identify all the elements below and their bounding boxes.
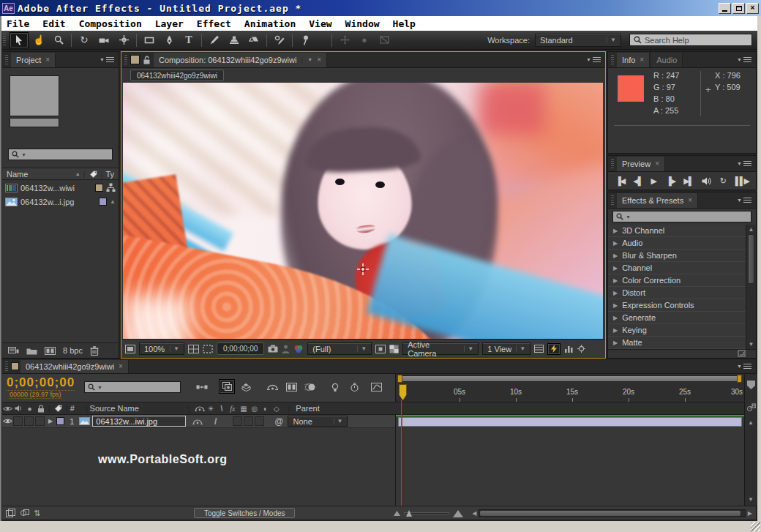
- expand-transfer-modes-icon[interactable]: [20, 509, 29, 517]
- effects-category[interactable]: ▶Keying: [608, 324, 746, 337]
- effects-category[interactable]: ▶Distort: [608, 287, 746, 299]
- panel-menu-icon[interactable]: ▼: [737, 57, 751, 62]
- menu-view[interactable]: View: [302, 16, 338, 31]
- menu-composition[interactable]: Composition: [72, 16, 149, 31]
- live-update-icon[interactable]: [219, 379, 235, 394]
- timeline-zoom-slider[interactable]: [404, 512, 449, 514]
- effects-category[interactable]: ▶3D Channel: [608, 225, 746, 237]
- scroll-up-icon[interactable]: ▲: [110, 198, 116, 205]
- comp-label-chip[interactable]: [130, 55, 140, 64]
- layer-duration-bar[interactable]: [398, 417, 742, 427]
- comp-timecode[interactable]: 0;00;00;00: [217, 342, 264, 355]
- expand-arrow-icon[interactable]: ▶: [613, 340, 618, 346]
- label-color-chip[interactable]: [95, 184, 103, 192]
- panel-menu-icon[interactable]: ▼: [737, 161, 751, 166]
- panel-menu-icon[interactable]: ▼: [100, 57, 114, 62]
- label-column-icon[interactable]: [89, 170, 98, 179]
- expand-arrow-icon[interactable]: ▶: [613, 265, 618, 271]
- playhead-line[interactable]: [401, 400, 402, 506]
- region-of-interest-icon[interactable]: [203, 345, 213, 353]
- work-area-bar[interactable]: [397, 375, 742, 382]
- comp-label-chip[interactable]: [11, 362, 19, 370]
- parent-pick-whip-icon[interactable]: @: [274, 416, 283, 427]
- eraser-tool[interactable]: [244, 32, 263, 48]
- switch-cell[interactable]: [244, 416, 253, 426]
- play-button[interactable]: ▶: [651, 176, 657, 186]
- help-search-input[interactable]: [645, 36, 749, 45]
- menu-file[interactable]: File: [0, 16, 36, 31]
- clone-stamp-tool[interactable]: [225, 32, 244, 48]
- effects-scrollbar[interactable]: ▲ ▼: [746, 225, 756, 349]
- comp-name-button[interactable]: 064132whiii42go9z9wiwi: [130, 70, 224, 81]
- puppet-pin-tool[interactable]: [296, 32, 315, 48]
- composition-mini-flowchart-icon[interactable]: [194, 380, 210, 394]
- brush-tool[interactable]: [205, 32, 224, 48]
- tab-composition[interactable]: Composition: 064132whiii42go9z9wiwi | ▼ …: [154, 53, 327, 67]
- time-navigator-icon[interactable]: [746, 380, 756, 390]
- project-search-input[interactable]: [29, 150, 109, 159]
- project-search-box[interactable]: ▼: [8, 149, 113, 160]
- frame-info[interactable]: 00000 (29.97 fps): [10, 391, 61, 399]
- maximize-button[interactable]: [732, 3, 745, 14]
- scroll-up-icon[interactable]: ▲: [748, 419, 754, 426]
- menu-animation[interactable]: Animation: [238, 16, 302, 31]
- close-tab-icon[interactable]: ×: [317, 56, 321, 64]
- column-source-name[interactable]: Source Name: [90, 404, 184, 413]
- brainstorm-icon[interactable]: [327, 380, 343, 394]
- hscroll-left-icon[interactable]: ◀: [472, 510, 476, 517]
- scroll-down-icon[interactable]: ▼: [748, 496, 754, 503]
- scrollbar-thumb[interactable]: [480, 511, 740, 516]
- project-item-footage[interactable]: 064132w...i.jpg ▲: [2, 195, 119, 209]
- tab-effects-presets[interactable]: Effects & Presets ×: [617, 193, 698, 208]
- draft-3d-icon[interactable]: [238, 380, 254, 394]
- zoom-tool[interactable]: [49, 32, 68, 48]
- scrollbar-thumb[interactable]: [748, 234, 754, 284]
- loop-button[interactable]: ↻: [720, 176, 727, 186]
- expand-arrow-icon[interactable]: ▶: [613, 327, 618, 334]
- layer-quality-icon[interactable]: /: [210, 416, 221, 427]
- graph-editor-icon[interactable]: [368, 380, 384, 394]
- panel-grip[interactable]: [5, 55, 8, 64]
- toolbar-grip[interactable]: [3, 34, 6, 47]
- auto-keyframe-icon[interactable]: [346, 380, 362, 394]
- sort-arrow-icon[interactable]: ▲: [75, 171, 80, 176]
- exposure-icon[interactable]: [577, 345, 586, 353]
- magnification-select[interactable]: 100%▼: [139, 342, 184, 355]
- motion-blur-icon[interactable]: [302, 380, 318, 394]
- effects-search-input[interactable]: [633, 212, 748, 221]
- workspace-select[interactable]: Standard ▼: [535, 34, 621, 47]
- panel-grip[interactable]: [5, 361, 8, 371]
- expand-arrow-icon[interactable]: ▶: [613, 302, 618, 309]
- next-frame-button[interactable]: ▐▶: [666, 176, 675, 186]
- expand-arrow-icon[interactable]: ▶: [613, 252, 618, 259]
- show-snapshot-icon[interactable]: [282, 345, 290, 353]
- effects-category[interactable]: ▶Generate: [608, 312, 746, 324]
- close-tab-icon[interactable]: ×: [688, 196, 692, 204]
- zoom-in-mountain-icon[interactable]: [453, 509, 463, 517]
- scroll-up-icon[interactable]: ▲: [749, 225, 754, 234]
- selection-tool[interactable]: [10, 32, 29, 48]
- expand-arrow-icon[interactable]: ▶: [613, 228, 618, 234]
- panel-menu-icon[interactable]: ▼: [737, 364, 751, 369]
- zoom-out-mountain-icon[interactable]: [394, 510, 400, 516]
- timeline-hscrollbar[interactable]: [479, 509, 745, 517]
- trash-icon[interactable]: [90, 346, 99, 356]
- label-color-chip[interactable]: [99, 198, 107, 206]
- first-frame-button[interactable]: ▐◀: [615, 176, 624, 186]
- type-tool[interactable]: T: [179, 32, 198, 48]
- rectangle-tool[interactable]: [140, 32, 159, 48]
- view-select[interactable]: Active Camera▼: [402, 342, 479, 355]
- menu-help[interactable]: Help: [386, 16, 422, 31]
- tab-preview[interactable]: Preview ×: [617, 157, 665, 171]
- previous-frame-button[interactable]: ◀▌: [633, 176, 642, 186]
- close-tab-icon[interactable]: ×: [655, 160, 659, 168]
- timeline-search-box[interactable]: ▼: [84, 381, 181, 393]
- audio-mute-button[interactable]: [702, 177, 711, 185]
- snapshot-icon[interactable]: [268, 345, 278, 353]
- composition-viewer[interactable]: [123, 83, 603, 339]
- help-search-box[interactable]: [629, 34, 752, 46]
- panel-grip[interactable]: [611, 195, 614, 205]
- ruler-ticks[interactable]: 0s 05s 10s 15s 20s 25s 30s: [396, 383, 745, 402]
- pan-behind-tool[interactable]: [114, 32, 133, 48]
- effects-search-box[interactable]: ▼: [612, 211, 751, 222]
